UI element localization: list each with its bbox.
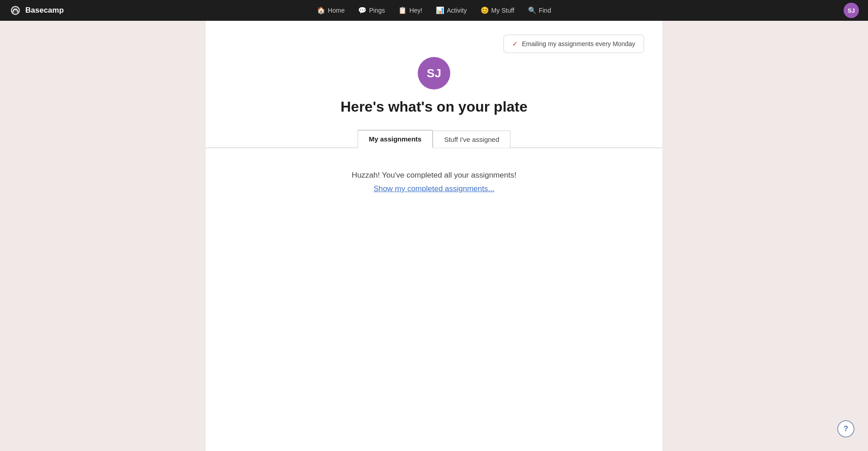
tab-content: Huzzah! You've completed all your assign… — [343, 148, 525, 202]
pings-icon: 💬 — [358, 6, 367, 14]
sidebar-right — [662, 21, 868, 451]
hey-icon: 📋 — [398, 6, 407, 14]
show-completed-link[interactable]: Show my completed assignments... — [373, 184, 494, 193]
navbar: Basecamp 🏠 Home 💬 Pings 📋 Hey! 📊 Activit… — [0, 0, 868, 21]
content-panel: ✓ Emailing my assignments every Monday S… — [206, 21, 662, 451]
user-avatar[interactable]: SJ — [418, 57, 450, 89]
logo-text: Basecamp — [25, 6, 64, 15]
full-layout: ✓ Emailing my assignments every Monday S… — [0, 21, 868, 451]
nav-center: 🏠 Home 💬 Pings 📋 Hey! 📊 Activity 😊 My St… — [311, 4, 557, 17]
check-icon: ✓ — [512, 40, 518, 48]
tab-stuff-ive-assigned[interactable]: Stuff I've assigned — [433, 131, 510, 148]
email-banner-text: Emailing my assignments every Monday — [522, 40, 635, 47]
user-avatar-nav[interactable]: SJ — [844, 3, 859, 18]
tab-my-assignments[interactable]: My assignments — [358, 130, 433, 148]
nav-activity[interactable]: 📊 Activity — [430, 4, 472, 17]
page-heading: Here's what's on your plate — [340, 99, 528, 115]
home-icon: 🏠 — [317, 6, 326, 14]
help-button[interactable]: ? — [837, 420, 854, 437]
logo[interactable]: Basecamp — [9, 4, 64, 17]
completion-message: Huzzah! You've completed all your assign… — [352, 171, 516, 180]
find-icon: 🔍 — [528, 6, 537, 14]
nav-home[interactable]: 🏠 Home — [311, 4, 350, 17]
mystuff-icon: 😊 — [481, 6, 489, 14]
basecamp-logo-icon — [9, 4, 22, 17]
email-banner[interactable]: ✓ Emailing my assignments every Monday — [503, 34, 644, 53]
nav-find[interactable]: 🔍 Find — [523, 4, 557, 17]
tabs-container: My assignments Stuff I've assigned — [206, 129, 662, 148]
nav-pings[interactable]: 💬 Pings — [353, 4, 390, 17]
nav-mystuff[interactable]: 😊 My Stuff — [475, 4, 520, 17]
navbar-right: SJ — [844, 3, 859, 18]
nav-hey[interactable]: 📋 Hey! — [393, 4, 428, 17]
activity-icon: 📊 — [436, 6, 444, 14]
sidebar-left — [0, 21, 206, 451]
